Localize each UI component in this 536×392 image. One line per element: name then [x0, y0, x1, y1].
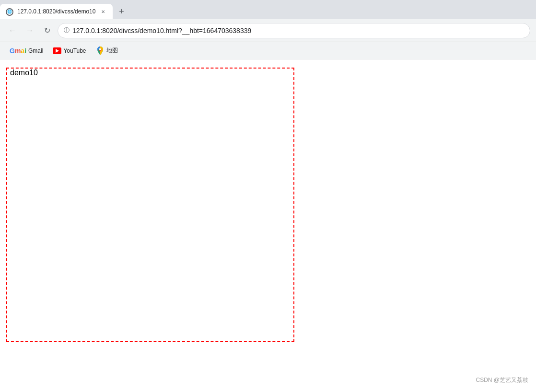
forward-button[interactable]: → — [23, 24, 36, 37]
demo-title: demo10 — [7, 67, 41, 79]
page-content: demo10 CSDN @芝艺又荔枝 — [0, 59, 536, 392]
back-button[interactable]: ← — [6, 24, 19, 37]
tab-title: 127.0.0.1:8020/divcss/demo10 — [17, 8, 95, 15]
tab-close-button[interactable]: ✕ — [99, 8, 107, 15]
reload-icon: ↻ — [44, 26, 50, 35]
demo-container: demo10 — [6, 68, 294, 342]
bookmark-youtube-label: YouTube — [63, 47, 86, 54]
back-icon: ← — [9, 26, 16, 35]
browser-chrome: 🌐 127.0.0.1:8020/divcss/demo10 ✕ + ← → ↻… — [0, 0, 536, 59]
new-tab-button[interactable]: + — [115, 5, 128, 18]
address-bar-container: ← → ↻ ⓘ 127.0.0.1:8020/divcss/demo10.htm… — [0, 19, 536, 42]
watermark: CSDN @芝艺又荔枝 — [476, 376, 528, 384]
address-bar[interactable]: ⓘ 127.0.0.1:8020/divcss/demo10.html?__hb… — [58, 23, 530, 38]
globe-icon: 🌐 — [6, 8, 13, 16]
reload-button[interactable]: ↻ — [40, 24, 54, 37]
bookmark-youtube[interactable]: YouTube — [49, 46, 90, 56]
bookmark-maps[interactable]: 地图 — [92, 45, 122, 57]
bookmark-gmail[interactable]: Gmai Gmail — [6, 45, 47, 57]
tab-favicon: 🌐 — [6, 8, 13, 15]
youtube-icon — [53, 47, 61, 54]
bookmark-maps-label: 地图 — [106, 46, 118, 55]
maps-icon — [96, 46, 105, 55]
gmail-icon: Gmai — [10, 47, 26, 55]
address-text: 127.0.0.1:8020/divcss/demo10.html?__hbt=… — [72, 27, 524, 35]
bookmarks-bar: Gmai Gmail YouTube 地图 — [0, 42, 536, 59]
tab-bar: 🌐 127.0.0.1:8020/divcss/demo10 ✕ + — [0, 0, 536, 19]
bookmark-gmail-label: Gmail — [28, 47, 43, 54]
svg-point-1 — [99, 48, 101, 50]
forward-icon: → — [26, 26, 34, 35]
active-tab[interactable]: 🌐 127.0.0.1:8020/divcss/demo10 ✕ — [0, 4, 113, 19]
lock-icon: ⓘ — [64, 26, 70, 35]
